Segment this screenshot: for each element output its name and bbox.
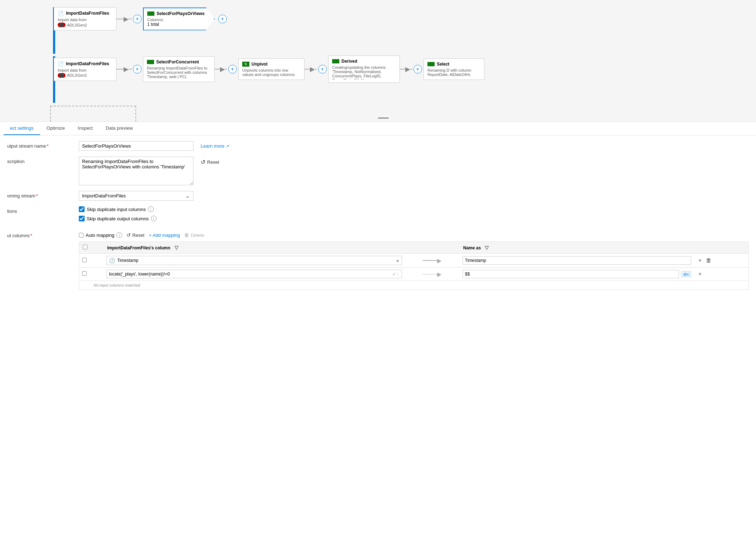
th-source: ImportDataFromFiles's column ▽ — [104, 242, 405, 254]
row2-expr-icon-2: ⋮ — [396, 272, 399, 277]
row1-checkbox[interactable] — [82, 258, 87, 262]
th-check — [79, 242, 104, 254]
skip-dup-input-checkbox[interactable] — [79, 206, 85, 212]
node-derived[interactable]: Derived Creating/updating the columns 'T… — [328, 56, 400, 83]
row1-delete-btn[interactable]: 🗑 — [704, 257, 713, 264]
no-match-cell: No input columns matched — [79, 281, 749, 290]
skip-dup-output-label: Skip duplicate output columns — [87, 216, 149, 221]
plus-btn-3[interactable]: + — [133, 65, 142, 73]
row1-source-display[interactable]: 🕐 Timestamp ⌄ — [106, 256, 402, 265]
reset-button[interactable]: ↺ Reset — [201, 157, 219, 166]
options-label: tions — [7, 206, 79, 214]
node-import-2[interactable]: 📄 ImportDataFromFiles Import data from ⬛… — [54, 58, 116, 81]
row2-actions: + — [694, 268, 749, 281]
row1-actions: + 🗑 — [694, 254, 749, 268]
row1-arrow: ▶ — [405, 254, 460, 268]
row2-target-input[interactable] — [463, 270, 679, 278]
connector-3: ▶ — [215, 65, 227, 73]
node-select-concurrent[interactable]: SelectForConcurrent Renaming ImportDataF… — [143, 56, 215, 82]
node-select-concurrent-subtitle: Renaming ImportDataFromFiles to SelectFo… — [147, 66, 211, 79]
tab-inspect[interactable]: Inspect — [71, 122, 99, 135]
skip-dup-output-info[interactable]: i — [151, 216, 157, 221]
auto-mapping-info[interactable]: i — [116, 232, 122, 238]
node-import-1[interactable]: 📄 ImportDataFromFiles Import data from ⬛… — [54, 7, 116, 30]
derived-icon — [332, 59, 339, 63]
output-stream-input[interactable] — [79, 141, 193, 151]
plus-btn-5[interactable]: + — [318, 65, 327, 73]
reset-icon: ↺ — [201, 159, 205, 166]
row2-arrow-display: ▶ — [408, 271, 457, 278]
row2-source: locate('_plays', lower(name))!=0 ⤢ ⋮ — [104, 268, 405, 281]
row2-check — [79, 268, 104, 281]
node-import-1-source-label: ADLSGen2 — [67, 23, 87, 27]
tab-settings[interactable]: ect settings — [4, 122, 40, 135]
auto-mapping-label: Auto mapping — [86, 233, 114, 238]
row2-add-btn[interactable]: + — [697, 270, 703, 278]
learn-more-link[interactable]: Learn more ↗ — [201, 141, 229, 149]
description-textarea[interactable]: Renaming ImportDataFromFiles to SelectFo… — [79, 157, 193, 185]
pipeline-row-2: 📄 ImportDataFromFiles Import data from ⬛… — [50, 56, 484, 83]
mapping-table: ImportDataFromFiles's column ▽ Name as ▽ — [79, 241, 749, 290]
node-import-1-title: ImportDataFromFiles — [66, 11, 109, 16]
connector-1: ▶ — [116, 15, 131, 23]
tabs-bar: ect settings Optimize Inspect Data previ… — [0, 122, 756, 135]
row1-target-input[interactable] — [463, 256, 691, 265]
output-stream-label: utput stream name* — [7, 141, 79, 149]
select-all-checkbox[interactable] — [83, 245, 87, 249]
row1-source-value: Timestamp — [117, 258, 138, 263]
add-mapping-btn[interactable]: + Add mapping — [149, 233, 180, 238]
table-header-row: ImportDataFromFiles's column ▽ Name as ▽ — [79, 242, 749, 254]
row1-arrow-display: ▶ — [408, 257, 457, 264]
node-select-plays[interactable]: SelectForPlaysOrViews Columns: 1 total — [143, 8, 215, 30]
reset-mapping-btn[interactable]: ↺ Reset — [126, 232, 144, 238]
row1-source-chevron: ⌄ — [396, 258, 399, 263]
incoming-stream-wrapper: ImportDataFromFiles — [79, 191, 193, 201]
plus-btn-1[interactable]: + — [133, 15, 142, 23]
th-actions — [694, 242, 749, 254]
node-select-1-title: SelectForPlaysOrViews — [157, 11, 205, 16]
plus-btn-2[interactable]: + — [218, 15, 227, 23]
row1-source-wrapper: 🕐 Timestamp ⌄ — [106, 256, 402, 265]
row2-expr-icon-1: ⤢ — [392, 272, 396, 277]
select2-icon — [427, 62, 435, 66]
node-select-2-subtitle: Renaming D with column ReportDate, AtDat… — [427, 68, 480, 77]
skip-dup-input-info[interactable]: i — [148, 206, 154, 212]
plus-btn-6[interactable]: + — [413, 65, 422, 73]
delete-mapping-btn[interactable]: 🗑 Delete — [184, 232, 204, 238]
green-arrow-icon-1 — [147, 11, 154, 16]
output-cols-toolbar: Auto mapping i ↺ Reset + Add mapping 🗑 D… — [79, 232, 749, 238]
row2-checkbox[interactable] — [82, 271, 87, 276]
pipeline-canvas: 📄 ImportDataFromFiles Import data from ⬛… — [0, 0, 756, 122]
node-unpivot[interactable]: ⇅ Unpivot Unpivots columns into row valu… — [238, 58, 305, 80]
row1-source: 🕐 Timestamp ⌄ — [104, 254, 405, 268]
row2-target-display: abc — [463, 270, 691, 278]
node-select-2[interactable]: Select Renaming D with column ReportDate… — [424, 58, 484, 80]
row1-check — [79, 254, 104, 268]
plus-btn-4[interactable]: + — [228, 65, 237, 73]
skip-dup-input-row: Skip duplicate input columns i — [79, 206, 157, 212]
output-columns-area: Auto mapping i ↺ Reset + Add mapping 🗑 D… — [79, 232, 749, 290]
tab-data-preview[interactable]: Data preview — [99, 122, 139, 135]
tab-optimize[interactable]: Optimize — [40, 122, 71, 135]
row1-add-btn[interactable]: + — [697, 257, 703, 264]
output-columns-label: ut columns* — [7, 231, 79, 238]
node-import-1-source: ⬛ — [58, 23, 66, 27]
incoming-stream-select[interactable]: ImportDataFromFiles — [79, 191, 193, 201]
target-filter-icon[interactable]: ▽ — [485, 245, 489, 250]
source-filter-icon[interactable]: ▽ — [174, 245, 178, 250]
options-row: tions Skip duplicate input columns i Ski… — [7, 206, 749, 225]
green-arrow-icon-2 — [147, 60, 154, 64]
new-node-placeholder[interactable] — [50, 106, 136, 122]
skip-dup-input-label: Skip duplicate input columns — [87, 207, 146, 212]
node-import-2-source-badge: ⬛ — [58, 73, 66, 78]
unpivot-icon: ⇅ — [242, 62, 249, 67]
no-match-row: No input columns matched — [79, 281, 749, 290]
row2-source-value: locate('_plays', lower(name))!=0 — [109, 272, 391, 277]
row2-source-display[interactable]: locate('_plays', lower(name))!=0 ⤢ ⋮ — [106, 270, 402, 278]
skip-dup-output-checkbox[interactable] — [79, 216, 85, 221]
node-import-1-subtitle: Import data from — [58, 18, 113, 22]
minimize-bar[interactable] — [378, 118, 389, 119]
th-target: Name as ▽ — [460, 242, 694, 254]
auto-mapping-checkbox[interactable] — [79, 233, 83, 238]
node-import-2-subtitle: Import data from — [58, 68, 113, 72]
